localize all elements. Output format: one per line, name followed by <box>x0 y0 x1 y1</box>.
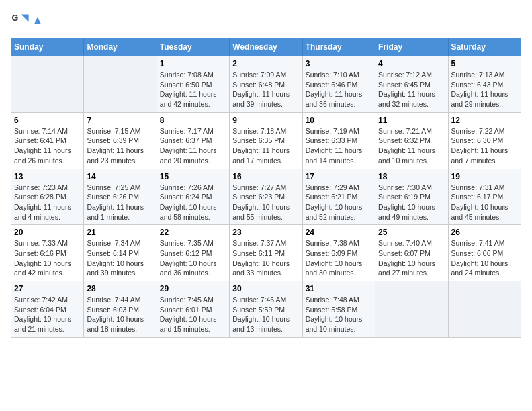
day-number: 13 <box>14 172 81 181</box>
day-info: Sunrise: 7:48 AMSunset: 5:58 PMDaylight:… <box>306 295 372 334</box>
calendar-cell: 6Sunrise: 7:14 AMSunset: 6:41 PMDaylight… <box>11 112 84 169</box>
day-number: 29 <box>160 284 226 293</box>
day-header-saturday: Saturday <box>448 38 521 56</box>
calendar-cell <box>448 281 521 338</box>
calendar-cell: 12Sunrise: 7:22 AMSunset: 6:30 PMDayligh… <box>448 112 521 169</box>
calendar-cell <box>375 281 448 338</box>
day-info: Sunrise: 7:46 AMSunset: 5:59 PMDaylight:… <box>232 295 299 334</box>
day-info: Sunrise: 7:08 AMSunset: 6:50 PMDaylight:… <box>160 70 226 109</box>
day-info: Sunrise: 7:44 AMSunset: 6:03 PMDaylight:… <box>87 295 153 334</box>
day-number: 24 <box>306 228 372 237</box>
day-number: 23 <box>232 228 299 237</box>
calendar-cell: 7Sunrise: 7:15 AMSunset: 6:39 PMDaylight… <box>84 112 157 169</box>
calendar-cell: 25Sunrise: 7:40 AMSunset: 6:07 PMDayligh… <box>375 225 448 281</box>
calendar-cell: 5Sunrise: 7:13 AMSunset: 6:43 PMDaylight… <box>448 56 521 113</box>
calendar-cell: 26Sunrise: 7:41 AMSunset: 6:06 PMDayligh… <box>448 225 521 281</box>
calendar-cell: 1Sunrise: 7:08 AMSunset: 6:50 PMDaylight… <box>157 56 229 113</box>
svg-text:G: G <box>11 13 18 23</box>
day-header-friday: Friday <box>375 38 448 56</box>
day-number: 5 <box>451 59 518 68</box>
logo-icon: G <box>11 11 30 30</box>
day-header-wednesday: Wednesday <box>230 38 302 56</box>
day-number: 7 <box>87 116 153 125</box>
day-number: 11 <box>378 116 445 125</box>
day-number: 8 <box>160 116 226 125</box>
day-number: 25 <box>378 228 445 237</box>
calendar-cell: 29Sunrise: 7:45 AMSunset: 6:01 PMDayligh… <box>157 281 229 338</box>
day-number: 19 <box>451 172 518 181</box>
day-number: 16 <box>232 172 299 181</box>
day-info: Sunrise: 7:42 AMSunset: 6:04 PMDaylight:… <box>14 295 81 334</box>
day-info: Sunrise: 7:45 AMSunset: 6:01 PMDaylight:… <box>160 295 226 334</box>
day-number: 6 <box>14 116 81 125</box>
day-info: Sunrise: 7:30 AMSunset: 6:19 PMDaylight:… <box>378 183 445 222</box>
calendar-week-row: 6Sunrise: 7:14 AMSunset: 6:41 PMDaylight… <box>11 112 521 169</box>
day-number: 28 <box>87 284 153 293</box>
calendar-cell: 4Sunrise: 7:12 AMSunset: 6:45 PMDaylight… <box>375 56 448 113</box>
day-number: 9 <box>232 116 299 125</box>
day-info: Sunrise: 7:38 AMSunset: 6:09 PMDaylight:… <box>306 238 372 278</box>
day-header-thursday: Thursday <box>302 38 375 56</box>
day-info: Sunrise: 7:14 AMSunset: 6:41 PMDaylight:… <box>14 126 81 166</box>
day-number: 14 <box>87 172 153 181</box>
calendar-cell: 23Sunrise: 7:37 AMSunset: 6:11 PMDayligh… <box>230 225 302 281</box>
day-number: 18 <box>378 172 445 181</box>
calendar-cell: 24Sunrise: 7:38 AMSunset: 6:09 PMDayligh… <box>302 225 375 281</box>
calendar-cell: 19Sunrise: 7:31 AMSunset: 6:17 PMDayligh… <box>448 169 521 225</box>
day-number: 22 <box>160 228 226 237</box>
calendar-cell <box>84 56 157 113</box>
calendar-cell: 2Sunrise: 7:09 AMSunset: 6:48 PMDaylight… <box>230 56 302 113</box>
calendar-cell: 28Sunrise: 7:44 AMSunset: 6:03 PMDayligh… <box>84 281 157 338</box>
day-info: Sunrise: 7:40 AMSunset: 6:07 PMDaylight:… <box>378 238 445 278</box>
day-info: Sunrise: 7:21 AMSunset: 6:32 PMDaylight:… <box>378 126 445 166</box>
day-number: 12 <box>451 116 518 125</box>
day-info: Sunrise: 7:22 AMSunset: 6:30 PMDaylight:… <box>451 126 518 166</box>
calendar-cell: 22Sunrise: 7:35 AMSunset: 6:12 PMDayligh… <box>157 225 229 281</box>
day-info: Sunrise: 7:17 AMSunset: 6:37 PMDaylight:… <box>160 126 226 166</box>
day-number: 17 <box>306 172 372 181</box>
calendar-header-row: SundayMondayTuesdayWednesdayThursdayFrid… <box>11 38 521 56</box>
day-info: Sunrise: 7:33 AMSunset: 6:16 PMDaylight:… <box>14 238 81 278</box>
calendar-cell: 3Sunrise: 7:10 AMSunset: 6:46 PMDaylight… <box>302 56 375 113</box>
calendar-cell: 20Sunrise: 7:33 AMSunset: 6:16 PMDayligh… <box>11 225 84 281</box>
day-number: 30 <box>232 284 299 293</box>
day-number: 4 <box>378 59 445 68</box>
day-info: Sunrise: 7:41 AMSunset: 6:06 PMDaylight:… <box>451 238 518 278</box>
day-info: Sunrise: 7:09 AMSunset: 6:48 PMDaylight:… <box>232 70 299 109</box>
calendar-cell: 9Sunrise: 7:18 AMSunset: 6:35 PMDaylight… <box>230 112 302 169</box>
day-number: 20 <box>14 228 81 237</box>
calendar-cell: 8Sunrise: 7:17 AMSunset: 6:37 PMDaylight… <box>157 112 229 169</box>
day-info: Sunrise: 7:23 AMSunset: 6:28 PMDaylight:… <box>14 183 81 222</box>
calendar-week-row: 1Sunrise: 7:08 AMSunset: 6:50 PMDaylight… <box>11 56 521 113</box>
day-info: Sunrise: 7:26 AMSunset: 6:24 PMDaylight:… <box>160 183 226 222</box>
calendar-table: SundayMondayTuesdayWednesdayThursdayFrid… <box>11 38 521 338</box>
day-info: Sunrise: 7:10 AMSunset: 6:46 PMDaylight:… <box>306 70 372 109</box>
day-info: Sunrise: 7:27 AMSunset: 6:23 PMDaylight:… <box>232 183 299 222</box>
day-info: Sunrise: 7:25 AMSunset: 6:26 PMDaylight:… <box>87 183 153 222</box>
calendar-cell: 17Sunrise: 7:29 AMSunset: 6:21 PMDayligh… <box>302 169 375 225</box>
page-header: G ▲ <box>11 11 521 30</box>
day-info: Sunrise: 7:35 AMSunset: 6:12 PMDaylight:… <box>160 238 226 278</box>
calendar-cell: 18Sunrise: 7:30 AMSunset: 6:19 PMDayligh… <box>375 169 448 225</box>
day-info: Sunrise: 7:37 AMSunset: 6:11 PMDaylight:… <box>232 238 299 278</box>
day-info: Sunrise: 7:18 AMSunset: 6:35 PMDaylight:… <box>232 126 299 166</box>
calendar-cell: 16Sunrise: 7:27 AMSunset: 6:23 PMDayligh… <box>230 169 302 225</box>
day-header-tuesday: Tuesday <box>157 38 229 56</box>
day-number: 10 <box>306 116 372 125</box>
logo: G ▲ <box>11 11 43 30</box>
day-number: 26 <box>451 228 518 237</box>
calendar-cell: 31Sunrise: 7:48 AMSunset: 5:58 PMDayligh… <box>302 281 375 338</box>
calendar-cell: 14Sunrise: 7:25 AMSunset: 6:26 PMDayligh… <box>84 169 157 225</box>
day-info: Sunrise: 7:34 AMSunset: 6:14 PMDaylight:… <box>87 238 153 278</box>
day-info: Sunrise: 7:13 AMSunset: 6:43 PMDaylight:… <box>451 70 518 109</box>
calendar-cell: 21Sunrise: 7:34 AMSunset: 6:14 PMDayligh… <box>84 225 157 281</box>
day-info: Sunrise: 7:12 AMSunset: 6:45 PMDaylight:… <box>378 70 445 109</box>
day-info: Sunrise: 7:15 AMSunset: 6:39 PMDaylight:… <box>87 126 153 166</box>
calendar-cell: 27Sunrise: 7:42 AMSunset: 6:04 PMDayligh… <box>11 281 84 338</box>
calendar-cell: 15Sunrise: 7:26 AMSunset: 6:24 PMDayligh… <box>157 169 229 225</box>
calendar-week-row: 27Sunrise: 7:42 AMSunset: 6:04 PMDayligh… <box>11 281 521 338</box>
day-number: 2 <box>232 59 299 68</box>
day-number: 1 <box>160 59 226 68</box>
day-number: 31 <box>306 284 372 293</box>
calendar-week-row: 20Sunrise: 7:33 AMSunset: 6:16 PMDayligh… <box>11 225 521 281</box>
